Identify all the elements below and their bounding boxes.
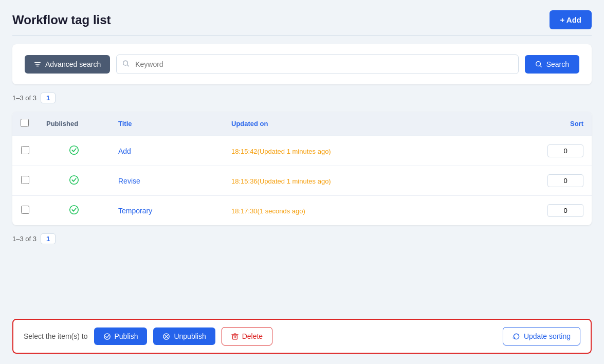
svg-point-7 bbox=[70, 146, 79, 155]
pagination-top-page[interactable]: 1 bbox=[41, 93, 56, 103]
row-sort-cell bbox=[515, 136, 592, 166]
row-updated-cell: 18:15:36(Updated 1 minutes ago) bbox=[223, 166, 515, 196]
row-updated-cell: 18:17:30(1 seconds ago) bbox=[223, 196, 515, 226]
bottom-bar-left: Select the item(s) to Publish Unpublish bbox=[24, 327, 272, 345]
row-updated-text: 18:15:42(Updated 1 minutes ago) bbox=[231, 148, 331, 155]
row-title-cell: Add bbox=[110, 136, 223, 166]
pagination-bottom-page[interactable]: 1 bbox=[41, 233, 56, 244]
search-panel: Advanced search Search bbox=[12, 44, 592, 84]
pagination-bottom-summary: 1–3 of 3 bbox=[12, 235, 36, 243]
row-sort-input-0[interactable] bbox=[547, 144, 583, 157]
data-table: Published Title Updated on Sort bbox=[12, 112, 592, 225]
published-check-icon bbox=[68, 204, 80, 215]
col-header-checkbox bbox=[12, 112, 38, 136]
publish-icon bbox=[103, 333, 111, 340]
search-input-icon bbox=[122, 60, 130, 69]
row-checkbox-cell bbox=[12, 166, 38, 196]
select-all-checkbox[interactable] bbox=[21, 119, 29, 127]
unpublish-button[interactable]: Unpublish bbox=[153, 327, 215, 345]
advanced-search-button[interactable]: Advanced search bbox=[25, 55, 110, 74]
table-header-row: Published Title Updated on Sort bbox=[12, 112, 592, 136]
row-sort-input-2[interactable] bbox=[547, 204, 583, 217]
row-title-link[interactable]: Add bbox=[118, 147, 131, 155]
row-title-link[interactable]: Revise bbox=[118, 177, 140, 185]
publish-button[interactable]: Publish bbox=[94, 327, 148, 345]
row-published-cell bbox=[38, 196, 110, 226]
filter-icon bbox=[34, 61, 41, 68]
table-row: Revise 18:15:36(Updated 1 minutes ago) bbox=[12, 166, 592, 196]
col-header-title: Title bbox=[110, 112, 223, 136]
table-row: Temporary 18:17:30(1 seconds ago) bbox=[12, 196, 592, 226]
col-header-sort: Sort bbox=[515, 112, 592, 136]
svg-rect-14 bbox=[232, 335, 237, 339]
pagination-top-summary: 1–3 of 3 bbox=[12, 94, 36, 102]
bottom-action-bar: Select the item(s) to Publish Unpublish bbox=[12, 319, 592, 354]
col-header-updated: Updated on bbox=[223, 112, 515, 136]
refresh-icon bbox=[513, 333, 520, 340]
row-checkbox-cell bbox=[12, 196, 38, 226]
page-title: Workflow tag list bbox=[12, 13, 111, 27]
add-button[interactable]: + Add bbox=[550, 10, 592, 29]
row-published-cell bbox=[38, 136, 110, 166]
update-sorting-button[interactable]: Update sorting bbox=[503, 327, 580, 345]
row-title-link[interactable]: Temporary bbox=[118, 207, 152, 215]
row-sort-cell bbox=[515, 166, 592, 196]
delete-button[interactable]: Delete bbox=[222, 327, 272, 345]
row-checkbox-1[interactable] bbox=[21, 176, 29, 184]
svg-line-4 bbox=[127, 65, 129, 66]
published-check-icon bbox=[68, 144, 80, 156]
row-sort-cell bbox=[515, 196, 592, 226]
pagination-bottom: 1–3 of 3 1 bbox=[12, 233, 592, 244]
row-title-cell: Revise bbox=[110, 166, 223, 196]
svg-point-8 bbox=[70, 176, 79, 185]
data-table-container: Published Title Updated on Sort bbox=[12, 112, 592, 225]
row-checkbox-2[interactable] bbox=[21, 206, 29, 214]
keyword-input-wrapper bbox=[116, 54, 518, 74]
select-items-label: Select the item(s) to bbox=[24, 332, 88, 340]
row-updated-cell: 18:15:42(Updated 1 minutes ago) bbox=[223, 136, 515, 166]
delete-icon bbox=[231, 333, 239, 340]
unpublish-icon bbox=[162, 333, 170, 340]
pagination-top: 1–3 of 3 1 bbox=[12, 93, 592, 103]
svg-point-10 bbox=[104, 333, 109, 339]
table-row: Add 18:15:42(Updated 1 minutes ago) bbox=[12, 136, 592, 166]
row-updated-text: 18:17:30(1 seconds ago) bbox=[231, 207, 305, 215]
published-check-icon bbox=[68, 174, 80, 186]
svg-line-6 bbox=[540, 66, 541, 67]
search-button[interactable]: Search bbox=[525, 55, 579, 74]
row-updated-text: 18:15:36(Updated 1 minutes ago) bbox=[231, 177, 331, 185]
row-published-cell bbox=[38, 166, 110, 196]
keyword-input[interactable] bbox=[116, 54, 518, 74]
row-checkbox-0[interactable] bbox=[21, 146, 29, 154]
row-title-cell: Temporary bbox=[110, 196, 223, 226]
svg-point-9 bbox=[70, 206, 79, 214]
row-sort-input-1[interactable] bbox=[547, 174, 583, 187]
row-checkbox-cell bbox=[12, 136, 38, 166]
col-header-published: Published bbox=[38, 112, 110, 136]
search-button-icon bbox=[535, 61, 542, 68]
